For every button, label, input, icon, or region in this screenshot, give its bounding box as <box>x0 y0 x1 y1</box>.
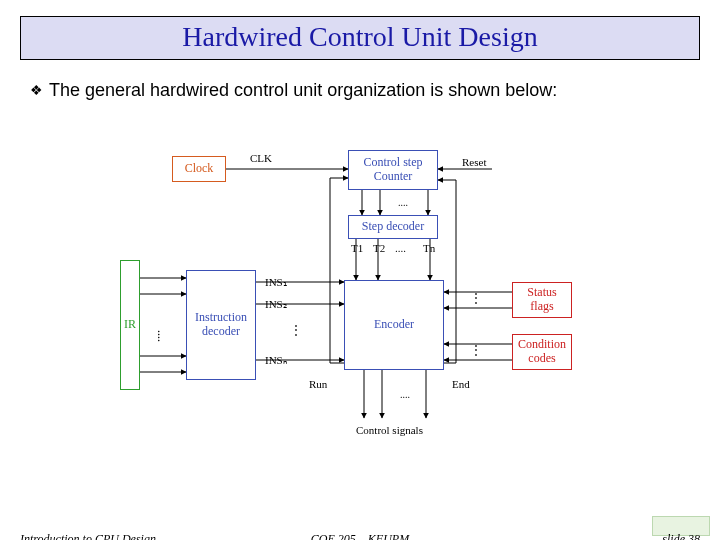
signal-run: Run <box>309 378 327 390</box>
bullet-diamond-icon: ❖ <box>30 82 43 98</box>
signal-ins1: INS₁ <box>265 276 287 289</box>
signal-ins2: INS₂ <box>265 298 287 311</box>
svg-text:....: .... <box>400 389 410 400</box>
block-instruction-decoder: Instruction decoder <box>186 270 256 380</box>
block-condition-codes: Condition codes <box>512 334 572 370</box>
signal-insn: INSₙ <box>265 354 287 367</box>
svg-text:⋮: ⋮ <box>470 343 482 357</box>
signal-control-signals: Control signals <box>356 424 423 436</box>
block-status-flags: Status flags <box>512 282 572 318</box>
signal-tn: Tn <box>423 242 435 254</box>
block-step-decoder: Step decoder <box>348 215 438 239</box>
block-control-step-counter: Control step Counter <box>348 150 438 190</box>
slide-title: Hardwired Control Unit Design <box>20 16 700 60</box>
footer-center: COE 205 – KFUPM <box>0 532 720 540</box>
svg-text:⋮: ⋮ <box>470 291 482 305</box>
svg-text:⋮: ⋮ <box>290 323 302 337</box>
signal-t1: T1 <box>351 242 363 254</box>
control-unit-diagram: .... .... ⋮ ⋮ ⋮ .... Clock Control step … <box>120 150 620 460</box>
signal-clk: CLK <box>250 152 272 164</box>
svg-text:....: .... <box>398 197 408 208</box>
block-clock: Clock <box>172 156 226 182</box>
signal-t2: T2 <box>373 242 385 254</box>
signal-end: End <box>452 378 470 390</box>
footer-right: slide 38 <box>662 532 700 540</box>
block-ir: IR <box>120 260 140 390</box>
signal-tdots: .... <box>395 242 406 254</box>
block-encoder: Encoder <box>344 280 444 370</box>
signal-reset: Reset <box>462 156 486 168</box>
bullet-text: ❖The general hardwired control unit orga… <box>30 78 690 102</box>
bullet-content: The general hardwired control unit organ… <box>49 80 557 100</box>
svg-text:....: .... <box>155 330 169 342</box>
